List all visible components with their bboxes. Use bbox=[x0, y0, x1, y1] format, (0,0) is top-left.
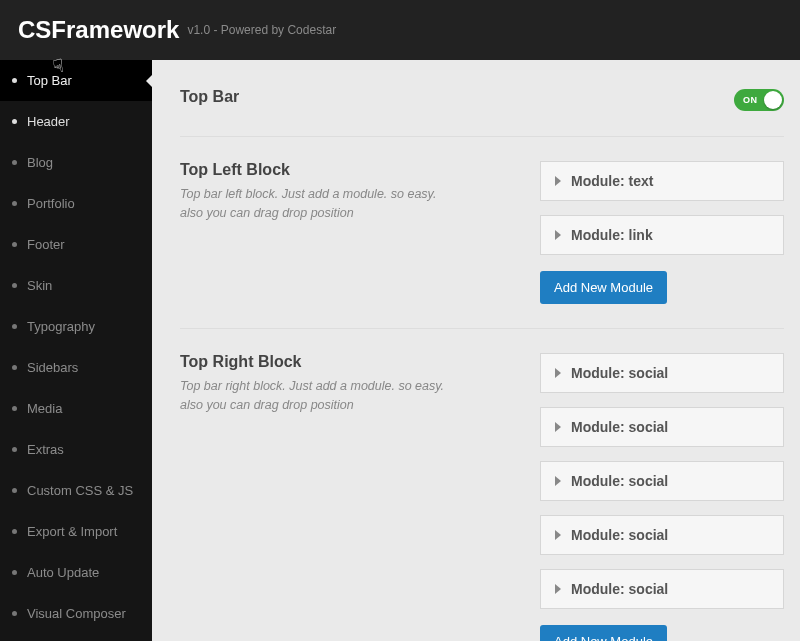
sidebar-item-label: Custom CSS & JS bbox=[27, 483, 133, 498]
bullet-icon bbox=[12, 78, 17, 83]
bullet-icon bbox=[12, 365, 17, 370]
module-label: Module: social bbox=[571, 527, 668, 543]
bullet-icon bbox=[12, 160, 17, 165]
bullet-icon bbox=[12, 611, 17, 616]
sidebar-item-label: Visual Composer bbox=[27, 606, 126, 621]
sidebar-item-label: Footer bbox=[27, 237, 65, 252]
sidebar-item-top-bar[interactable]: Top Bar bbox=[0, 60, 152, 101]
sidebar-item-extras[interactable]: Extras bbox=[0, 429, 152, 470]
add-module-right-button[interactable]: Add New Module bbox=[540, 625, 667, 641]
sidebar-item-header[interactable]: Header bbox=[0, 101, 152, 142]
sidebar-item-label: Header bbox=[27, 114, 70, 129]
module-label: Module: social bbox=[571, 581, 668, 597]
main-content: Top Bar ON Top Left Block Top bar left b… bbox=[152, 60, 800, 641]
section-title-left: Top Left Block bbox=[180, 161, 520, 179]
module-label: Module: social bbox=[571, 365, 668, 381]
sidebar-item-label: Export & Import bbox=[27, 524, 117, 539]
section-title-top-bar: Top Bar bbox=[180, 88, 239, 106]
bullet-icon bbox=[12, 201, 17, 206]
module-label: Module: social bbox=[571, 473, 668, 489]
section-desc-left-2: also you can drag drop position bbox=[180, 204, 520, 223]
toggle-knob-icon bbox=[764, 91, 782, 109]
section-title-right: Top Right Block bbox=[180, 353, 520, 371]
sidebar-item-label: Portfolio bbox=[27, 196, 75, 211]
bullet-icon bbox=[12, 119, 17, 124]
chevron-right-icon bbox=[555, 368, 561, 378]
sidebar-item-label: Sidebars bbox=[27, 360, 78, 375]
section-top-right-block: Top Right Block Top bar right block. Jus… bbox=[180, 329, 784, 641]
sidebar-item-typography[interactable]: Typography bbox=[0, 306, 152, 347]
brand-title: CSFramework bbox=[18, 16, 179, 44]
add-module-left-button[interactable]: Add New Module bbox=[540, 271, 667, 304]
chevron-right-icon bbox=[555, 176, 561, 186]
section-desc-right-1: Top bar right block. Just add a module. … bbox=[180, 377, 520, 396]
bullet-icon bbox=[12, 406, 17, 411]
sidebar-item-label: Extras bbox=[27, 442, 64, 457]
chevron-right-icon bbox=[555, 422, 561, 432]
module-row[interactable]: Module: social bbox=[540, 407, 784, 447]
bullet-icon bbox=[12, 447, 17, 452]
sidebar-item-skin[interactable]: Skin bbox=[0, 265, 152, 306]
sidebar-item-label: Blog bbox=[27, 155, 53, 170]
bullet-icon bbox=[12, 283, 17, 288]
sidebar: Top BarHeaderBlogPortfolioFooterSkinTypo… bbox=[0, 60, 152, 641]
toggle-label: ON bbox=[743, 95, 758, 105]
module-row[interactable]: Module: social bbox=[540, 461, 784, 501]
sidebar-item-label: Typography bbox=[27, 319, 95, 334]
sidebar-item-blog[interactable]: Blog bbox=[0, 142, 152, 183]
sidebar-item-export-import[interactable]: Export & Import bbox=[0, 511, 152, 552]
sidebar-item-sidebars[interactable]: Sidebars bbox=[0, 347, 152, 388]
section-top-bar: Top Bar ON bbox=[180, 74, 784, 137]
module-row[interactable]: Module: text bbox=[540, 161, 784, 201]
chevron-right-icon bbox=[555, 530, 561, 540]
bullet-icon bbox=[12, 242, 17, 247]
top-bar-toggle[interactable]: ON bbox=[734, 89, 784, 111]
module-row[interactable]: Module: social bbox=[540, 569, 784, 609]
sidebar-item-custom-css-js[interactable]: Custom CSS & JS bbox=[0, 470, 152, 511]
chevron-right-icon bbox=[555, 584, 561, 594]
bullet-icon bbox=[12, 324, 17, 329]
chevron-right-icon bbox=[555, 476, 561, 486]
module-row[interactable]: Module: link bbox=[540, 215, 784, 255]
section-top-left-block: Top Left Block Top bar left block. Just … bbox=[180, 137, 784, 329]
sidebar-item-label: Top Bar bbox=[27, 73, 72, 88]
section-desc-left-1: Top bar left block. Just add a module. s… bbox=[180, 185, 520, 204]
sidebar-item-media[interactable]: Media bbox=[0, 388, 152, 429]
chevron-right-icon bbox=[555, 230, 561, 240]
bullet-icon bbox=[12, 570, 17, 575]
sidebar-item-label: Auto Update bbox=[27, 565, 99, 580]
bullet-icon bbox=[12, 488, 17, 493]
sidebar-item-portfolio[interactable]: Portfolio bbox=[0, 183, 152, 224]
sidebar-item-footer[interactable]: Footer bbox=[0, 224, 152, 265]
sidebar-item-visual-composer[interactable]: Visual Composer bbox=[0, 593, 152, 634]
section-desc-right-2: also you can drag drop position bbox=[180, 396, 520, 415]
module-row[interactable]: Module: social bbox=[540, 353, 784, 393]
module-label: Module: text bbox=[571, 173, 653, 189]
brand-subtitle: v1.0 - Powered by Codestar bbox=[187, 23, 336, 37]
bullet-icon bbox=[12, 529, 17, 534]
module-label: Module: social bbox=[571, 419, 668, 435]
sidebar-item-auto-update[interactable]: Auto Update bbox=[0, 552, 152, 593]
module-label: Module: link bbox=[571, 227, 653, 243]
sidebar-item-label: Skin bbox=[27, 278, 52, 293]
module-row[interactable]: Module: social bbox=[540, 515, 784, 555]
sidebar-item-label: Media bbox=[27, 401, 62, 416]
app-header: CSFramework v1.0 - Powered by Codestar bbox=[0, 0, 800, 60]
